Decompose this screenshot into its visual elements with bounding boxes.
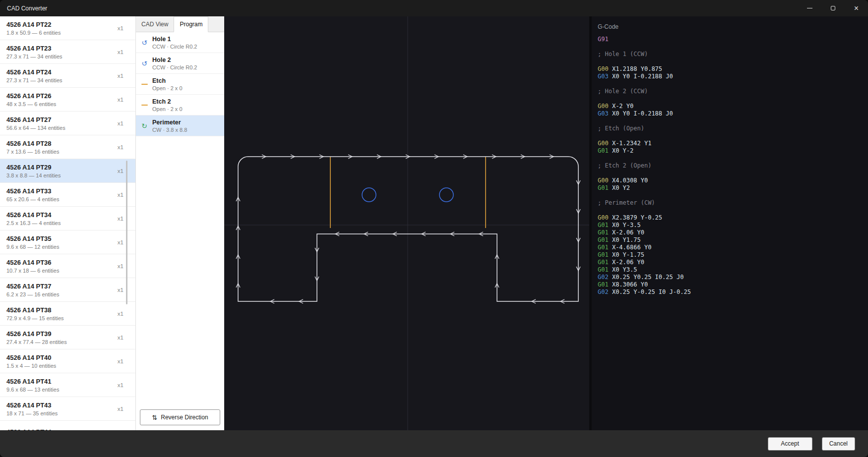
- part-item[interactable]: 4526 A14 PT28 7 x 13.6 — 16 entities x1: [0, 135, 135, 159]
- part-item[interactable]: 4526 A14 PT29 3.8 x 8.8 — 14 entities x1: [0, 159, 135, 183]
- reverse-direction-icon: ⇅: [152, 414, 157, 421]
- part-name: 4526 A14 PT35: [6, 235, 59, 242]
- operation-desc: CCW · Circle R0.2: [152, 64, 197, 70]
- part-item[interactable]: 4526 A14 PT44 x1: [0, 421, 135, 430]
- part-name: 4526 A14 PT44: [6, 428, 52, 431]
- gcode-line: G01 X0 Y2: [598, 184, 864, 192]
- gcode-line: G01 X0 Y-3.5: [598, 222, 864, 229]
- operation-row[interactable]: ↺ Hole 2 CCW · Circle R0.2: [136, 53, 224, 74]
- close-button[interactable]: ×: [845, 0, 868, 16]
- operation-row[interactable]: ↻ Perimeter CW · 3.8 x 8.8: [136, 115, 224, 136]
- operation-desc: Open · 2 x 0: [152, 85, 183, 91]
- operation-name: Etch 2: [152, 98, 183, 105]
- part-desc: 9.6 x 68 — 12 entities: [6, 244, 59, 250]
- part-item[interactable]: 4526 A14 PT39 27.4 x 77.4 — 28 entities …: [0, 326, 135, 349]
- app-window: CAD Converter × 4526 A14 PT22 1.8 x 50.9…: [0, 0, 868, 457]
- sidebar-scrollbar-thumb[interactable]: [126, 161, 127, 304]
- part-qty: x1: [118, 406, 124, 412]
- part-name: 4526 A14 PT27: [6, 116, 65, 123]
- part-desc: 56.6 x 64 — 134 entities: [6, 125, 65, 131]
- part-item[interactable]: 4526 A14 PT40 1.5 x 4 — 10 entities x1: [0, 349, 135, 373]
- part-qty: x1: [118, 382, 124, 388]
- gcode-comment-line: ; Hole 1 (CCW): [598, 51, 864, 58]
- titlebar[interactable]: CAD Converter ×: [0, 0, 868, 16]
- part-name: 4526 A14 PT40: [6, 354, 56, 361]
- close-icon: ×: [854, 4, 859, 12]
- part-name: 4526 A14 PT23: [6, 45, 62, 52]
- part-item[interactable]: 4526 A14 PT35 9.6 x 68 — 12 entities x1: [0, 230, 135, 254]
- part-item[interactable]: 4526 A14 PT36 10.7 x 18 — 6 entities x1: [0, 254, 135, 278]
- operation-row[interactable]: Etch Open · 2 x 0: [136, 74, 224, 95]
- part-item[interactable]: 4526 A14 PT37 6.2 x 23 — 16 entities x1: [0, 278, 135, 302]
- part-item[interactable]: 4526 A14 PT38 72.9 x 4.9 — 15 entities x…: [0, 302, 135, 326]
- part-qty: x1: [118, 239, 124, 245]
- part-item[interactable]: 4526 A14 PT26 48 x 3.5 — 6 entities x1: [0, 88, 135, 112]
- operation-row[interactable]: Etch 2 Open · 2 x 0: [136, 95, 224, 115]
- cad-canvas[interactable]: [224, 16, 589, 430]
- part-qty: x1: [118, 120, 124, 126]
- part-item[interactable]: 4526 A14 PT34 2.5 x 16.3 — 4 entities x1: [0, 207, 135, 230]
- part-name: 4526 A14 PT36: [6, 259, 59, 266]
- part-qty: x1: [118, 25, 124, 31]
- reverse-direction-button[interactable]: ⇅ Reverse Direction: [140, 409, 220, 425]
- part-item[interactable]: 4526 A14 PT27 56.6 x 64 — 134 entities x…: [0, 112, 135, 135]
- cancel-button[interactable]: Cancel: [822, 437, 855, 451]
- part-qty: x1: [118, 192, 124, 198]
- part-outline: [238, 157, 578, 301]
- part-qty: x1: [118, 287, 124, 293]
- part-item[interactable]: 4526 A14 PT24 27.3 x 71 — 34 entities x1: [0, 64, 135, 88]
- ccw-rotation-icon: ↺: [140, 59, 149, 67]
- part-desc: 7 x 13.6 — 16 entities: [6, 149, 59, 155]
- gcode-line: G01 X8.3066 Y0: [598, 281, 864, 288]
- part-qty: x1: [118, 311, 124, 317]
- etch-line-icon: [140, 105, 149, 106]
- part-name: 4526 A14 PT29: [6, 164, 61, 171]
- gcode-line: G01 X0 Y-1.75: [598, 251, 864, 259]
- operation-row[interactable]: ↺ Hole 1 CCW · Circle R0.2: [136, 32, 224, 53]
- tab-cad-view[interactable]: CAD View: [136, 16, 174, 32]
- operation-desc: Open · 2 x 0: [152, 106, 183, 112]
- tab-program[interactable]: Program: [174, 16, 208, 32]
- part-item[interactable]: 4526 A14 PT33 65 x 20.6 — 4 entities x1: [0, 183, 135, 207]
- accept-button[interactable]: Accept: [768, 437, 812, 451]
- gcode-lines: G91 ; Hole 1 (CCW) G00 X1.2188 Y0.875G03…: [598, 36, 864, 296]
- part-qty: x1: [118, 73, 124, 79]
- part-item[interactable]: 4526 A14 PT43 18 x 71 — 35 entities x1: [0, 397, 135, 421]
- maximize-button[interactable]: [821, 0, 845, 16]
- part-desc: 27.3 x 71 — 34 entities: [6, 54, 62, 59]
- gcode-comment-line: ; Perimeter (CW): [598, 199, 864, 207]
- gcode-comment-line: ; Etch 2 (Open): [598, 162, 864, 170]
- minimize-button[interactable]: [798, 0, 821, 16]
- part-desc: 27.3 x 71 — 34 entities: [6, 77, 62, 83]
- maximize-icon: [831, 6, 835, 10]
- tab-strip: CAD View Program: [136, 16, 224, 32]
- gcode-blank-line: [598, 58, 864, 65]
- part-name: 4526 A14 PT28: [6, 140, 59, 147]
- gcode-blank-line: [598, 80, 864, 88]
- part-qty: x1: [118, 49, 124, 55]
- gcode-line: G03 X0 Y0 I-0.2188 J0: [598, 110, 864, 117]
- minimize-icon: [807, 8, 812, 8]
- part-name: 4526 A14 PT26: [6, 92, 56, 100]
- etch-line-icon: [140, 84, 149, 85]
- hole-circle: [362, 188, 376, 202]
- hole-circle: [439, 188, 453, 202]
- part-desc: 3.8 x 8.8 — 14 entities: [6, 172, 61, 178]
- gcode-line: G00 X-2 Y0: [598, 103, 864, 110]
- ccw-rotation-icon: ↺: [140, 39, 149, 47]
- part-name: 4526 A14 PT34: [6, 211, 61, 219]
- program-panel: CAD View Program ↺ Hole 1 CCW · Circle R…: [135, 16, 224, 430]
- part-item[interactable]: 4526 A14 PT41 9.6 x 68 — 13 entities x1: [0, 373, 135, 397]
- part-item[interactable]: 4526 A14 PT23 27.3 x 71 — 34 entities x1: [0, 40, 135, 64]
- part-name: 4526 A14 PT43: [6, 401, 58, 409]
- part-qty: x1: [118, 358, 124, 364]
- footer-bar: Accept Cancel: [0, 430, 868, 457]
- part-item[interactable]: 4526 A14 PT22 1.8 x 50.9 — 6 entities x1: [0, 16, 135, 40]
- gcode-blank-line: [598, 155, 864, 162]
- operations-list: ↺ Hole 1 CCW · Circle R0.2 ↺ Hole 2 CCW …: [136, 32, 224, 136]
- part-name: 4526 A14 PT24: [6, 68, 62, 76]
- gcode-comment-line: ; Etch (Open): [598, 125, 864, 132]
- operation-name: Hole 1: [152, 36, 197, 43]
- part-qty: x1: [118, 216, 124, 222]
- part-qty: x1: [118, 97, 124, 103]
